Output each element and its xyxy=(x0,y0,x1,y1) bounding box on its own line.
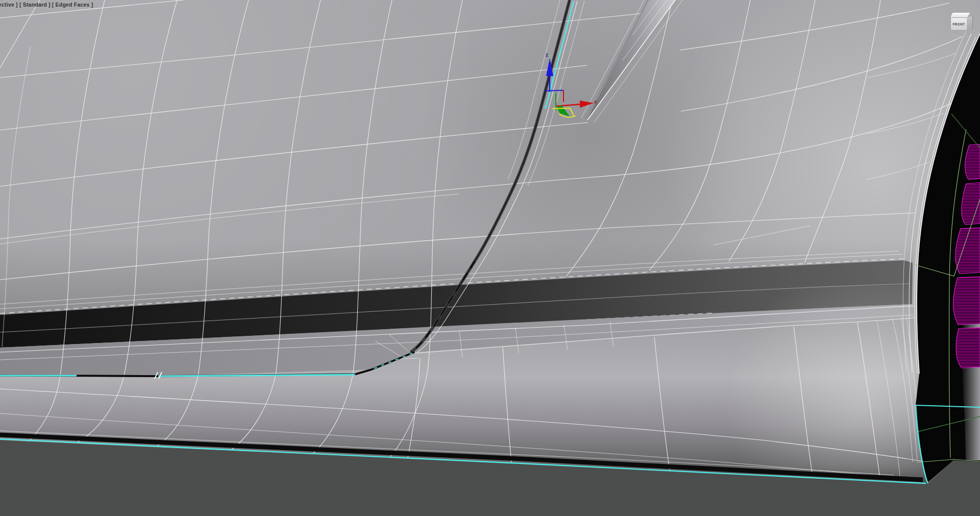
viewcube-top-face[interactable] xyxy=(950,13,970,17)
viewcube-front-face[interactable]: FRONT xyxy=(950,17,967,31)
gizmo-x-label: x xyxy=(594,99,597,105)
viewport[interactable]: z x ective ] [ Standard ] [ Edged Faces … xyxy=(0,0,980,516)
viewcube-right-face[interactable] xyxy=(967,16,973,31)
home-icon[interactable]: ⌂ xyxy=(968,1,972,8)
zx-plane-handle[interactable] xyxy=(545,90,564,91)
viewport-canvas[interactable]: z x xyxy=(0,0,980,516)
gizmo-z-label: z xyxy=(546,52,548,58)
viewport-label[interactable]: ective ] [ Standard ] [ Edged Faces ] xyxy=(0,2,93,8)
viewcube[interactable]: ⌂ FRONT xyxy=(946,8,980,39)
